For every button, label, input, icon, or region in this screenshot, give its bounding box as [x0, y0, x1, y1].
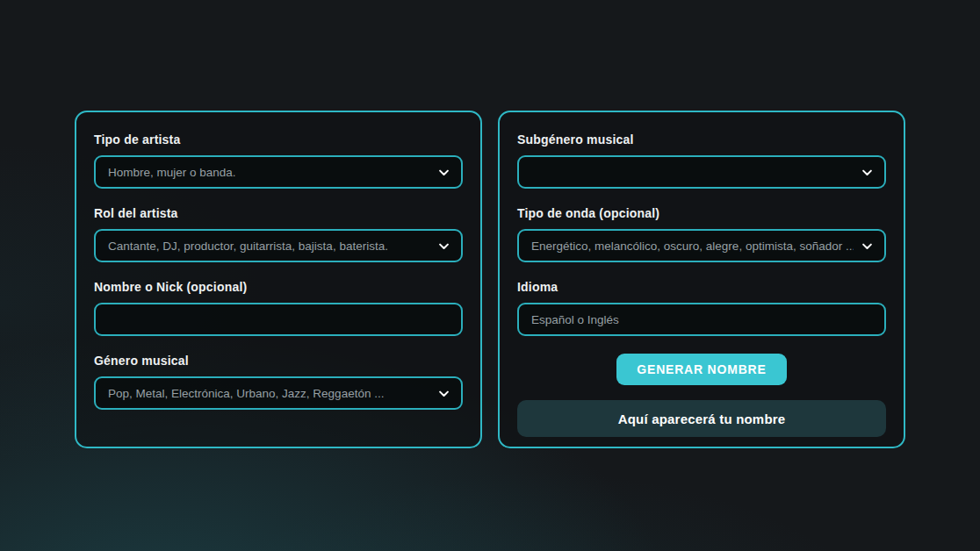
vibe-group: Tipo de onda (opcional) Energético, mela… — [517, 206, 886, 262]
genre-group: Género musical Pop, Metal, Electrónica, … — [94, 354, 463, 410]
genre-select[interactable]: Pop, Metal, Electrónica, Urbano, Jazz, R… — [94, 376, 463, 410]
subgenre-label: Subgénero musical — [517, 132, 886, 147]
chevron-down-icon — [437, 387, 450, 400]
nickname-group: Nombre o Nick (opcional) — [94, 280, 463, 336]
vibe-label: Tipo de onda (opcional) — [517, 206, 886, 220]
vibe-placeholder: Energético, melancólico, oscuro, alegre,… — [531, 240, 854, 253]
subgenre-group: Subgénero musical — [517, 132, 886, 189]
subgenre-select[interactable] — [517, 155, 886, 189]
result-box: Aquí aparecerá tu nombre — [517, 400, 886, 437]
artist-type-group: Tipo de artista Hombre, mujer o banda. — [94, 132, 463, 189]
language-label: Idioma — [517, 280, 886, 294]
form-panels: Tipo de artista Hombre, mujer o banda. R… — [75, 111, 905, 448]
nickname-label: Nombre o Nick (opcional) — [94, 280, 463, 294]
artist-type-placeholder: Hombre, mujer o banda. — [108, 166, 430, 179]
artist-role-group: Rol del artista Cantante, DJ, productor,… — [94, 206, 463, 262]
generate-name-button[interactable]: GENERAR NOMBRE — [616, 354, 786, 385]
language-group: Idioma — [517, 280, 886, 336]
chevron-down-icon — [437, 166, 450, 179]
chevron-down-icon — [861, 240, 874, 253]
vibe-select[interactable]: Energético, melancólico, oscuro, alegre,… — [517, 229, 886, 262]
artist-type-label: Tipo de artista — [94, 132, 463, 147]
nickname-input[interactable] — [94, 303, 463, 336]
genre-placeholder: Pop, Metal, Electrónica, Urbano, Jazz, R… — [108, 387, 430, 400]
artist-role-placeholder: Cantante, DJ, productor, guitarrista, ba… — [108, 240, 430, 253]
artist-role-select[interactable]: Cantante, DJ, productor, guitarrista, ba… — [94, 229, 463, 262]
language-input[interactable] — [517, 303, 886, 336]
genre-label: Género musical — [94, 354, 463, 368]
artist-type-select[interactable]: Hombre, mujer o banda. — [94, 155, 463, 189]
style-output-panel: Subgénero musical Tipo de onda (opcional… — [498, 111, 905, 448]
artist-role-label: Rol del artista — [94, 206, 463, 220]
chevron-down-icon — [861, 166, 874, 179]
chevron-down-icon — [437, 240, 450, 253]
artist-details-panel: Tipo de artista Hombre, mujer o banda. R… — [75, 111, 482, 448]
